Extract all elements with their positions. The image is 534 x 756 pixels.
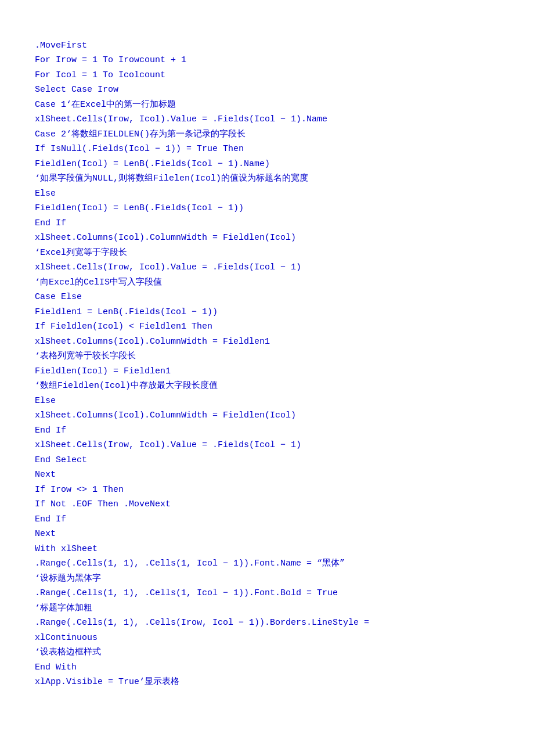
code-line: Fieldlen(Icol) = LenB(.Fields(Icol − 1)): [35, 201, 499, 216]
code-line: End If: [35, 216, 499, 231]
code-line: ‘设表格边框样式: [35, 645, 499, 660]
code-line: .MoveFirst: [35, 38, 499, 53]
code-line: For Irow = 1 To Irowcount + 1: [35, 53, 499, 68]
code-line: Case 2‘将数组FIELDLEN()存为第一条记录的字段长: [35, 127, 499, 142]
code-line: ‘设标题为黑体字: [35, 571, 499, 586]
code-line: xlSheet.Cells(Irow, Icol).Value = .Field…: [35, 112, 499, 127]
code-line: ‘数组Fieldlen(Icol)中存放最大字段长度值: [35, 379, 499, 394]
code-line: xlSheet.Cells(Irow, Icol).Value = .Field…: [35, 438, 499, 453]
code-line: .Range(.Cells(1, 1), .Cells(1, Icol − 1)…: [35, 586, 499, 601]
code-line: If Not .EOF Then .MoveNext: [35, 497, 499, 512]
code-line: ‘表格列宽等于较长字段长: [35, 349, 499, 364]
code-line: End With: [35, 660, 499, 675]
code-line: Next: [35, 527, 499, 542]
code-line: xlSheet.Cells(Irow, Icol).Value = .Field…: [35, 260, 499, 275]
code-line: Fieldlen1 = LenB(.Fields(Icol − 1)): [35, 305, 499, 320]
code-line: xlSheet.Columns(Icol).ColumnWidth = Fiel…: [35, 231, 499, 246]
code-line: Case 1‘在Excel中的第一行加标题: [35, 98, 499, 113]
code-line: Select Case Irow: [35, 82, 499, 98]
code-line: Else: [35, 394, 499, 409]
code-line: End If: [35, 423, 499, 438]
code-line: Case Else: [35, 290, 499, 305]
code-line: End Select: [35, 453, 499, 468]
code-line: If IsNull(.Fields(Icol − 1)) = True Then: [35, 142, 499, 157]
code-line: xlContinuous: [35, 631, 499, 646]
code-line: If Fieldlen(Icol) < Fieldlen1 Then: [35, 319, 499, 334]
code-line: If Irow <> 1 Then: [35, 483, 499, 498]
code-line: Fieldlen(Icol) = Fieldlen1: [35, 364, 499, 379]
code-line: For Icol = 1 To Icolcount: [35, 68, 499, 83]
code-line: xlApp.Visible = True‘显示表格: [35, 675, 499, 690]
code-line: Else: [35, 186, 499, 201]
code-line: Next: [35, 467, 499, 483]
code-line: ‘向Excel的CelIS中写入字段值: [35, 275, 499, 290]
code-line: ‘标题字体加粗: [35, 601, 499, 616]
code-line: End If: [35, 512, 499, 527]
code-line: ‘如果字段值为NULL,则将数组Filelen(Icol)的值设为标题名的宽度: [35, 171, 499, 186]
code-container: .MoveFirstFor Irow = 1 To Irowcount + 1F…: [35, 23, 499, 690]
code-line: xlSheet.Columns(Icol).ColumnWidth = Fiel…: [35, 408, 499, 423]
code-line: xlSheet.Columns(Icol).ColumnWidth = Fiel…: [35, 334, 499, 350]
code-line: .Range(.Cells(1, 1), .Cells(Irow, Icol −…: [35, 615, 499, 631]
code-line: .Range(.Cells(1, 1), .Cells(1, Icol − 1)…: [35, 556, 499, 571]
code-line: ‘Excel列宽等于字段长: [35, 246, 499, 261]
code-line: With xlSheet: [35, 542, 499, 557]
code-line: Fieldlen(Icol) = LenB(.Fields(Icol − 1).…: [35, 157, 499, 172]
